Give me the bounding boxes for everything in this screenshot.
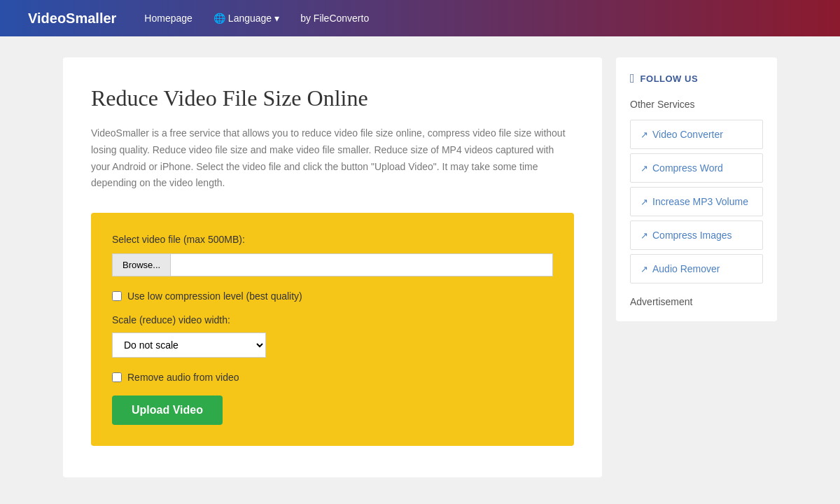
- browse-button[interactable]: Browse...: [112, 253, 170, 276]
- remove-audio-checkbox[interactable]: [112, 372, 122, 382]
- upload-form: Select video file (max 500MB): Browse...…: [91, 213, 574, 446]
- low-compression-label[interactable]: Use low compression level (best quality): [127, 290, 302, 302]
- external-link-icon: ↗: [640, 163, 648, 174]
- sidebar:  FOLLOW US Other Services ↗ Video Conve…: [616, 57, 777, 477]
- service-label: Video Converter: [652, 129, 723, 140]
- low-compression-row: Use low compression level (best quality): [112, 290, 553, 302]
- main-nav: Homepage 🌐 Language ▾ by FileConverto: [144, 13, 369, 24]
- external-link-icon: ↗: [640, 230, 648, 241]
- fileconverto-link[interactable]: by FileConverto: [300, 13, 369, 24]
- service-audio-remover[interactable]: ↗ Audio Remover: [630, 254, 763, 284]
- language-icon: 🌐: [214, 13, 225, 24]
- upload-button[interactable]: Upload Video: [112, 396, 223, 425]
- follow-us-label: FOLLOW US: [640, 74, 699, 84]
- service-label: Compress Images: [652, 230, 732, 241]
- service-compress-word[interactable]: ↗ Compress Word: [630, 153, 763, 183]
- site-header: VideoSmaller Homepage 🌐 Language ▾ by Fi…: [0, 0, 840, 36]
- homepage-link[interactable]: Homepage: [144, 13, 192, 24]
- main-card: Reduce Video File Size Online VideoSmall…: [63, 57, 602, 477]
- other-services-label: Other Services: [630, 99, 763, 110]
- service-label: Audio Remover: [652, 263, 720, 274]
- external-link-icon: ↗: [640, 130, 648, 140]
- page-container: Reduce Video File Size Online VideoSmall…: [49, 57, 791, 477]
- external-link-icon: ↗: [640, 197, 648, 207]
- file-label: Select video file (max 500MB):: [112, 234, 553, 245]
- advertisement-label: Advertisement: [630, 296, 763, 307]
- external-link-icon: ↗: [640, 264, 648, 274]
- remove-audio-label[interactable]: Remove audio from video: [127, 372, 239, 383]
- remove-audio-row: Remove audio from video: [112, 372, 553, 383]
- facebook-icon: : [630, 71, 635, 86]
- scale-select[interactable]: Do not scale 320 pixels wide 480 pixels …: [112, 332, 266, 358]
- low-compression-checkbox[interactable]: [112, 291, 122, 301]
- service-label: Increase MP3 Volume: [652, 196, 748, 207]
- sidebar-card:  FOLLOW US Other Services ↗ Video Conve…: [616, 57, 777, 321]
- file-name-input[interactable]: [170, 253, 553, 276]
- page-title: Reduce Video File Size Online: [91, 85, 574, 111]
- follow-us-section:  FOLLOW US: [630, 71, 763, 86]
- page-description: VideoSmaller is a free service that allo…: [91, 125, 574, 192]
- chevron-down-icon: ▾: [274, 13, 279, 24]
- file-input-container: Browse...: [112, 253, 553, 276]
- service-video-converter[interactable]: ↗ Video Converter: [630, 120, 763, 149]
- service-label: Compress Word: [652, 162, 723, 174]
- language-button[interactable]: 🌐 Language ▾: [214, 13, 279, 24]
- service-increase-mp3[interactable]: ↗ Increase MP3 Volume: [630, 187, 763, 216]
- site-logo[interactable]: VideoSmaller: [28, 10, 116, 27]
- scale-label: Scale (reduce) video width:: [112, 314, 553, 326]
- service-compress-images[interactable]: ↗ Compress Images: [630, 220, 763, 250]
